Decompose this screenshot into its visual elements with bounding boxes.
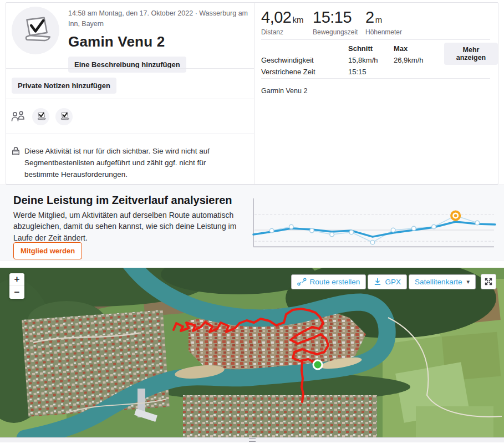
- row-elapsed-max: [394, 67, 444, 76]
- gpx-export-button[interactable]: GPX: [368, 274, 407, 289]
- performance-sparkline: [252, 193, 496, 251]
- divider: [261, 39, 490, 40]
- create-route-button[interactable]: Route erstellen: [291, 274, 366, 289]
- stat-moving-time: 15:15 Bewegungszeit: [313, 8, 365, 36]
- activity-title: Gamin Venu 2: [68, 33, 251, 50]
- activity-timestamp: 14:58 am Montag, den 17. Oktober 2022 · …: [68, 8, 251, 29]
- stat-elevation-unit: m: [375, 15, 383, 24]
- stat-elevation-label: Höhenmeter: [365, 28, 402, 36]
- stat-elevation: 2m Höhenmeter: [365, 8, 402, 36]
- divider: [6, 68, 254, 69]
- upsell-body: Werde Mitglied, um Aktivitäten auf derse…: [13, 210, 248, 243]
- privacy-notice-row: Diese Aktivität ist nur für dich sichtba…: [12, 146, 240, 181]
- laptop-check-icon: [35, 111, 47, 121]
- lock-icon: [12, 146, 20, 156]
- add-description-button[interactable]: Eine Beschreibung hinzufügen: [68, 57, 186, 73]
- row-speed-max: 26,9km/h: [394, 55, 444, 65]
- start-marker[interactable]: [313, 360, 322, 369]
- group-icon[interactable]: [11, 110, 26, 123]
- panel-resize-handle[interactable]: [0, 437, 504, 442]
- route-icon: [297, 278, 307, 286]
- activity-meta-icons: [11, 107, 73, 126]
- column-divider: [254, 3, 255, 184]
- download-icon: [374, 278, 381, 285]
- chevron-down-icon: ▾: [466, 278, 470, 285]
- zoom-in-button[interactable]: +: [9, 273, 24, 286]
- device-name: Garmin Venu 2: [261, 87, 307, 95]
- activity-summary-card: 14:58 am Montag, den 17. Oktober 2022 · …: [6, 2, 498, 185]
- row-speed-label: Geschwindigkeit: [261, 55, 348, 65]
- privacy-notice: Diese Aktivität ist nur für dich sichtba…: [24, 146, 240, 181]
- column-header-avg: Schnitt: [348, 44, 394, 53]
- stat-distance-unit: km: [292, 15, 303, 24]
- primary-stats: 4,02km Distanz 15:15 Bewegungszeit 2m Hö…: [261, 8, 402, 36]
- map-canvas[interactable]: [0, 268, 504, 437]
- membership-upsell-banner: Deine Leistung im Zeitverlauf analysiere…: [0, 185, 504, 261]
- stat-distance: 4,02km Distanz: [261, 8, 313, 36]
- device-badge[interactable]: [32, 108, 49, 125]
- fullscreen-button[interactable]: [481, 274, 496, 289]
- map-toolbar: Route erstellen GPX Satellitenkarte ▾: [291, 274, 496, 289]
- laptop-check-icon: [18, 15, 53, 46]
- stats-table: Schnitt Max Geschwindigkeit 15,8km/h 26,…: [261, 44, 444, 76]
- show-more-button[interactable]: Mehr anzeigen: [444, 43, 498, 65]
- stat-moving-time-value: 15:15: [313, 8, 352, 26]
- stat-distance-label: Distanz: [261, 28, 313, 36]
- table-corner: [261, 44, 348, 53]
- activity-avatar[interactable]: [12, 7, 59, 54]
- row-elapsed-label: Verstrichene Zeit: [261, 67, 348, 76]
- laptop-check-icon: [59, 111, 70, 121]
- divider: [6, 134, 254, 134]
- zoom-out-button[interactable]: −: [9, 286, 24, 299]
- activity-map: + − Route erstellen GPX Satellite: [0, 268, 504, 437]
- row-elapsed-avg: 15:15: [348, 67, 394, 76]
- stat-distance-value: 4,02: [261, 8, 291, 26]
- column-header-max: Max: [394, 44, 444, 53]
- activity-header: 14:58 am Montag, den 17. Oktober 2022 · …: [68, 8, 251, 73]
- divider: [261, 78, 490, 79]
- stat-moving-time-label: Bewegungszeit: [313, 28, 365, 36]
- map-layer-button[interactable]: Satellitenkarte ▾: [409, 274, 476, 289]
- stat-elevation-value: 2: [365, 8, 374, 26]
- upsell-title: Deine Leistung im Zeitverlauf analysiere…: [13, 194, 232, 207]
- fullscreen-icon: [485, 278, 492, 285]
- grip-icon: [249, 438, 256, 442]
- row-speed-avg: 15,8km/h: [348, 55, 394, 65]
- map-zoom-control: + −: [9, 273, 24, 299]
- add-private-notes-button[interactable]: Private Notizen hinzufügen: [12, 78, 116, 94]
- activity-page: 14:58 am Montag, den 17. Oktober 2022 · …: [0, 0, 504, 444]
- device-badge[interactable]: [55, 108, 73, 125]
- divider: [6, 99, 254, 99]
- join-button[interactable]: Mitglied werden: [13, 242, 82, 259]
